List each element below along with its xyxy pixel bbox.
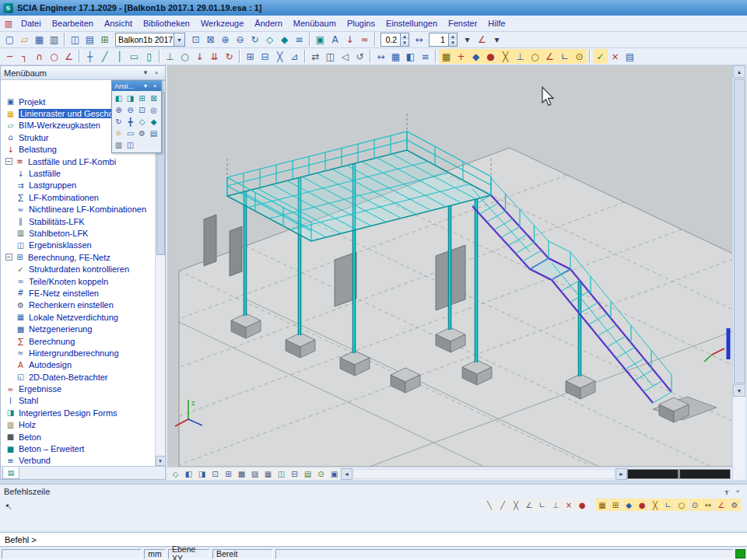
escape-button[interactable]: × bbox=[608, 49, 622, 64]
tree-item-beton[interactable]: ■ Beton bbox=[1, 431, 155, 443]
copy-tool[interactable]: ◫ bbox=[323, 49, 338, 64]
angle-snap-icon[interactable]: ∠ bbox=[715, 499, 728, 511]
properties-button[interactable]: ▤ bbox=[622, 49, 637, 64]
wireframe-button[interactable]: ◇ bbox=[262, 33, 277, 47]
horizontal-scrollbar-track[interactable] bbox=[353, 469, 615, 479]
calculator-button[interactable]: ⊞ bbox=[97, 33, 112, 47]
snap-cross-icon[interactable]: ╳ bbox=[510, 499, 522, 511]
snap-angle-icon[interactable]: ∠ bbox=[523, 499, 535, 511]
intersect-tool[interactable]: ╳ bbox=[272, 49, 287, 64]
close-icon[interactable]: × bbox=[732, 486, 743, 496]
tree-item-design-forms[interactable]: ◨ Integriertes Design Forms bbox=[1, 407, 155, 418]
node-tool[interactable]: ┼ bbox=[82, 49, 97, 64]
view-axo-button[interactable]: ⊞ bbox=[136, 93, 148, 104]
menu-ansicht[interactable]: Ansicht bbox=[99, 16, 138, 30]
snap-free-icon[interactable]: ╲ bbox=[483, 499, 496, 511]
shading-button[interactable]: ▨ bbox=[248, 468, 261, 480]
tree-item-strukturdaten[interactable]: ✓ Strukturdaten kontrollieren bbox=[1, 263, 155, 275]
copy-view-button[interactable]: ◫ bbox=[124, 139, 136, 151]
view-top-button[interactable]: ◧ bbox=[113, 93, 124, 104]
tree-item-lf-kombinationen[interactable]: ∑ LF-Kombinationen bbox=[1, 191, 155, 203]
load-display-button[interactable]: ↓ bbox=[342, 33, 357, 47]
wire-mode-button[interactable]: ▦ bbox=[261, 468, 275, 480]
pin-icon[interactable]: ┰ bbox=[721, 486, 732, 496]
arc-center-snap-icon[interactable]: ⊙ bbox=[689, 499, 701, 511]
storey-tool[interactable]: ≡ bbox=[418, 49, 433, 64]
close-icon[interactable]: × bbox=[151, 68, 162, 78]
menu-aendern[interactable]: Ändern bbox=[249, 16, 287, 30]
plate-tool[interactable]: ▭ bbox=[127, 49, 142, 64]
units-field[interactable]: mm bbox=[144, 549, 166, 559]
snap-mid-icon[interactable]: ◆ bbox=[468, 49, 483, 64]
snap-ortho-icon[interactable]: ∟ bbox=[557, 49, 572, 64]
snap-center-icon[interactable]: ⊙ bbox=[572, 49, 587, 64]
midpoint-snap-icon[interactable]: ◆ bbox=[622, 499, 635, 511]
zoom-in-button[interactable]: ⊕ bbox=[218, 33, 233, 47]
menu-hilfe[interactable]: Hilfe bbox=[482, 16, 510, 30]
line-load-tool[interactable]: ⇊ bbox=[207, 49, 222, 64]
view-x-button[interactable]: ◧ bbox=[182, 468, 195, 480]
length-snap-icon[interactable]: ↔ bbox=[702, 499, 714, 511]
view-y-button[interactable]: ◨ bbox=[195, 468, 209, 480]
endpoint-snap-icon[interactable]: ● bbox=[636, 499, 648, 511]
snap-grid-icon[interactable]: ▦ bbox=[439, 49, 454, 64]
view-z-button[interactable]: ⊡ bbox=[209, 468, 222, 480]
view-palette-titlebar[interactable]: Ansi... ▼ × bbox=[112, 81, 161, 91]
snap-grid-button[interactable]: ⊙ bbox=[314, 468, 328, 480]
snap-end-icon[interactable]: ● bbox=[483, 49, 498, 64]
grid-tool[interactable]: ▦ bbox=[388, 49, 403, 64]
tree-item-autodesign[interactable]: A Autodesign bbox=[1, 359, 155, 371]
snap-perp-icon[interactable]: ⊥ bbox=[513, 49, 528, 64]
scale-dropdown-button[interactable]: ▾ bbox=[460, 33, 475, 47]
clip-box-button[interactable]: ▭ bbox=[124, 128, 136, 139]
scroll-up-icon[interactable]: ▲ bbox=[733, 65, 745, 78]
tree-item-lastfaelle-lfk[interactable]: − ≡ Lastfälle und LF-Kombi bbox=[1, 156, 155, 167]
render-view-button[interactable]: ◆ bbox=[148, 116, 160, 128]
spinner-up-icon[interactable]: ▲ bbox=[401, 33, 409, 40]
beam-tool[interactable]: ╱ bbox=[97, 49, 112, 64]
snap-node-icon[interactable]: + bbox=[454, 49, 468, 64]
plane-field[interactable]: Ebene XY bbox=[168, 549, 210, 559]
print-view-button[interactable]: ▥ bbox=[113, 139, 124, 151]
menu-einstellungen[interactable]: Einstellungen bbox=[381, 16, 443, 30]
tree-item-hintergrundberechnung[interactable]: ≈ Hintergrundberechnung bbox=[1, 347, 155, 359]
layers-button[interactable]: ≡ bbox=[292, 33, 307, 47]
tangent-snap-icon[interactable]: ○ bbox=[675, 499, 688, 511]
named-views-button[interactable]: ▣ bbox=[328, 468, 341, 480]
clip-view-button[interactable]: ⊟ bbox=[288, 468, 301, 480]
tree-toggle-icon[interactable]: − bbox=[5, 254, 12, 261]
volumes-button[interactable]: ◫ bbox=[275, 468, 288, 480]
rotate-view-button[interactable]: ↻ bbox=[113, 116, 124, 128]
zoom-window-button[interactable]: ⊡ bbox=[136, 104, 148, 116]
tree-item-netzverdichtung[interactable]: ▦ Lokale Netzverdichtung bbox=[1, 311, 155, 323]
gallery-button[interactable]: ◫ bbox=[68, 33, 82, 47]
scroll-right-icon[interactable]: ► bbox=[615, 468, 627, 480]
save-button[interactable]: ▦ bbox=[32, 33, 47, 47]
snap-tangent-icon[interactable]: ○ bbox=[528, 49, 542, 64]
rotate-tool[interactable]: ↺ bbox=[352, 49, 367, 64]
zoom-all-button[interactable]: ◎ bbox=[148, 104, 160, 116]
zoom-out-button[interactable]: ⊖ bbox=[233, 33, 247, 47]
animation-scrollbar[interactable] bbox=[627, 469, 731, 479]
render-mode-button[interactable]: ▩ bbox=[235, 468, 248, 480]
grid-toggle-button[interactable]: ▤ bbox=[301, 468, 314, 480]
zoom-window-button[interactable]: ⊡ bbox=[188, 33, 203, 47]
point-load-tool[interactable]: ↓ bbox=[192, 49, 207, 64]
save-view-button[interactable]: ▤ bbox=[148, 128, 160, 139]
print-button[interactable]: ▥ bbox=[47, 33, 61, 47]
scroll-down-icon[interactable]: ▼ bbox=[733, 384, 745, 397]
tree-item-nichtlineare-lfk[interactable]: ≈ Nichtlineare LF-Kombinationen bbox=[1, 204, 155, 215]
line-grid-snap-icon[interactable]: ⊞ bbox=[609, 499, 622, 511]
command-input[interactable]: Befehl > bbox=[0, 532, 747, 547]
tree-item-stahlbeton-lfk[interactable]: ▥ Stahlbeton-LFK bbox=[1, 227, 155, 239]
tree-item-lastfaelle[interactable]: ↓ Lastfälle bbox=[1, 167, 155, 179]
intersection-snap-icon[interactable]: ╳ bbox=[649, 499, 661, 511]
scroll-left-icon[interactable]: ◄ bbox=[341, 468, 352, 480]
moment-tool[interactable]: ↻ bbox=[222, 49, 237, 64]
tree-item-2d-daten[interactable]: ◱ 2D-Daten-Betrachter bbox=[1, 371, 155, 383]
hinge-tool[interactable]: ○ bbox=[177, 49, 192, 64]
new-project-button[interactable]: ▢ bbox=[2, 33, 17, 47]
spinner-down-icon[interactable]: ▼ bbox=[401, 40, 409, 46]
tree-item-lastgruppen[interactable]: ⇉ Lastgruppen bbox=[1, 180, 155, 191]
tree-item-beton-erweitert[interactable]: ■ Beton – Erweitert bbox=[1, 443, 155, 454]
